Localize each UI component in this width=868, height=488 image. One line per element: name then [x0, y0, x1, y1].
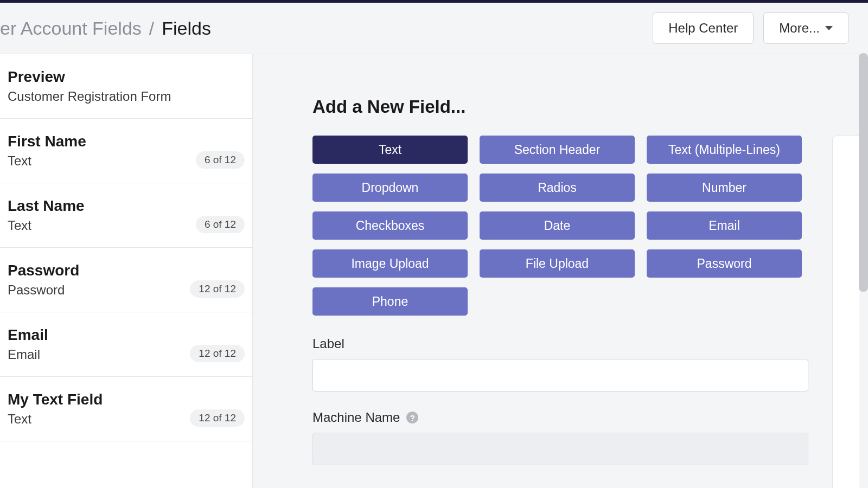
- page-edge: [832, 136, 859, 488]
- width-badge: 6 of 12: [196, 151, 245, 169]
- sidebar-field-item[interactable]: First Name Text 6 of 12: [0, 119, 252, 183]
- breadcrumb-current: Fields: [162, 18, 211, 39]
- field-type-number[interactable]: Number: [647, 174, 802, 202]
- help-center-button[interactable]: Help Center: [653, 12, 754, 44]
- sidebar-field-item[interactable]: My Text Field Text 12 of 12: [0, 377, 252, 441]
- field-title: Email: [8, 326, 48, 344]
- preview-subtitle: Customer Registration Form: [8, 89, 245, 104]
- field-type-text[interactable]: Text: [312, 136, 468, 164]
- field-title: First Name: [8, 133, 86, 150]
- sidebar-field-item[interactable]: Password Password 12 of 12: [0, 248, 252, 312]
- add-field-panel: Add a New Field... Text Section Header T…: [280, 76, 841, 487]
- panel-heading: Add a New Field...: [312, 97, 808, 117]
- field-type: Password: [8, 282, 79, 298]
- sidebar-field-item[interactable]: Email Email 12 of 12: [0, 312, 252, 377]
- help-icon[interactable]: ?: [406, 412, 418, 423]
- main-area: Add a New Field... Text Section Header T…: [253, 54, 868, 488]
- width-badge: 6 of 12: [196, 216, 245, 233]
- field-type: Email: [8, 347, 48, 362]
- field-type-text-multiline[interactable]: Text (Multiple-Lines): [647, 136, 802, 164]
- field-type-file-upload[interactable]: File Upload: [480, 249, 635, 278]
- page-header: er Account Fields / Fields Help Center M…: [0, 3, 868, 54]
- field-type-radios[interactable]: Radios: [480, 174, 635, 202]
- breadcrumb: er Account Fields / Fields: [0, 18, 211, 39]
- sidebar-field-item[interactable]: Last Name Text 6 of 12: [0, 183, 252, 248]
- breadcrumb-parent[interactable]: er Account Fields: [0, 18, 142, 39]
- chevron-down-icon: [825, 26, 833, 30]
- label-input[interactable]: [312, 359, 808, 391]
- content: Preview Customer Registration Form First…: [0, 54, 868, 488]
- header-actions: Help Center More...: [653, 12, 848, 44]
- width-badge: 12 of 12: [190, 409, 245, 427]
- scrollbar-thumb[interactable]: [859, 53, 868, 292]
- field-title: Password: [8, 262, 79, 279]
- more-button[interactable]: More...: [763, 12, 848, 44]
- sidebar-preview-block[interactable]: Preview Customer Registration Form: [0, 54, 252, 119]
- help-center-label: Help Center: [668, 21, 738, 36]
- field-type-phone[interactable]: Phone: [312, 287, 468, 316]
- more-label: More...: [779, 21, 820, 36]
- sidebar: Preview Customer Registration Form First…: [0, 54, 253, 488]
- field-type-date[interactable]: Date: [480, 211, 635, 240]
- label-field-label: Label: [312, 336, 808, 351]
- field-title: Last Name: [8, 197, 85, 215]
- field-type-section-header[interactable]: Section Header: [480, 136, 635, 164]
- width-badge: 12 of 12: [190, 345, 245, 362]
- machine-name-label: Machine Name ?: [312, 410, 808, 425]
- field-type-grid: Text Section Header Text (Multiple-Lines…: [312, 136, 808, 316]
- field-title: My Text Field: [8, 391, 103, 408]
- field-type: Text: [8, 218, 85, 233]
- field-type: Text: [8, 153, 86, 169]
- machine-name-input: [312, 433, 808, 465]
- machine-name-label-text: Machine Name: [312, 410, 400, 425]
- field-type-checkboxes[interactable]: Checkboxes: [312, 211, 468, 240]
- field-type-dropdown[interactable]: Dropdown: [312, 174, 468, 202]
- field-type-image-upload[interactable]: Image Upload: [312, 249, 468, 278]
- width-badge: 12 of 12: [190, 280, 245, 298]
- field-type-email[interactable]: Email: [647, 211, 802, 240]
- field-type-password[interactable]: Password: [647, 249, 802, 278]
- breadcrumb-separator: /: [149, 18, 154, 39]
- field-type: Text: [8, 412, 103, 427]
- preview-title: Preview: [8, 68, 245, 86]
